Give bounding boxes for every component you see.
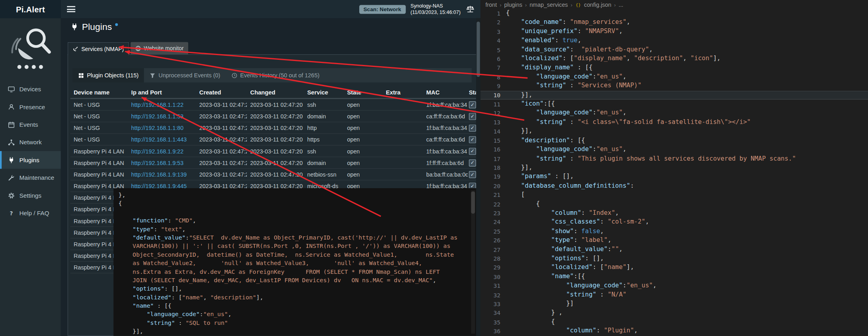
line-number: 33 [480,299,506,308]
column-header-device-name[interactable]: Device name [70,89,128,96]
cell-created: 2023-03-11 02:47:20 [196,113,247,119]
table-row: Net - USGhttp://192.168.1.1:532023-03-11… [70,111,476,122]
ip-link[interactable]: http://192.168.1.9:139 [131,171,187,177]
funnel-icon [150,72,155,78]
line-number: 32 [480,290,506,299]
code-line [118,208,468,216]
sidebar-item-label: Maintenance [20,174,54,181]
sidebar-item-plugins[interactable]: Plugins [0,151,61,169]
code-line: }, [118,191,468,199]
editor-line: 32 "string" : "N/A" [480,290,868,299]
editor-line: 9 "string" : "Services (NMAP)" [480,81,868,90]
ip-link[interactable]: http://192.168.1.9:53 [131,160,183,166]
editor-line: 10 }], [480,90,868,100]
header-right: Scan: Network Synology-NAS (11/03/2023, … [359,0,475,18]
cell-changed: 2023-03-11 02:47:20 [247,113,304,119]
editor-line: 33 }] [480,299,868,308]
sidebar: DevicesPresenceEventsNetworkPluginsMaint… [0,18,61,336]
ip-link[interactable]: http://192.168.1.1:80 [131,125,183,131]
editor-line: 28 "options": [], [480,254,868,263]
code-line: Object_SecondaryID, datetime() as DateTi… [118,251,468,259]
row-checkbox[interactable]: ✓ [469,147,476,155]
editor-line: 34 } , [480,308,868,318]
cell-service: domain [304,160,344,166]
app-scrollbar-thumb[interactable] [476,22,480,77]
line-number: 7 [480,63,506,73]
line-number: 26 [480,236,506,245]
column-header-status[interactable]: Status [468,89,476,96]
menu-toggle-icon[interactable] [67,6,75,12]
subtab-label: Events History (50 out of 1265) [240,72,319,78]
editor-line: 22 { [480,200,868,209]
cell-created: 2023-03-11 02:47:20 [196,160,247,166]
tabs-bar: Services (NMAP)Website monitor [67,42,188,55]
editor-line: 18 }], [480,163,868,172]
sidebar-item-help-faq[interactable]: ?Help / FAQ [0,204,61,222]
line-number: 8 [480,73,506,82]
sidebar-item-presence[interactable]: Presence [0,98,61,116]
subtab-plugin-objects-115[interactable]: Plugin Objects (115) [73,68,144,83]
row-checkbox[interactable]: ✓ [469,113,476,120]
column-header-created[interactable]: Created [196,89,247,96]
cell-device: Raspberry Pi 4 LAN [70,148,128,154]
breadcrumb-item-nmap-services[interactable]: nmap_services [529,1,568,7]
line-number: 27 [480,245,506,254]
line-number: 11 [480,100,506,109]
code-line: "name" : [{ [118,302,468,310]
ip-link[interactable]: http://192.168.1.1:22 [131,102,183,108]
ip-link[interactable]: http://192.168.1.1:53 [131,113,183,119]
sidebar-item-maintenance[interactable]: Maintenance [0,169,61,186]
line-number: 17 [480,154,506,163]
column-header-extra[interactable]: Extra [382,89,423,96]
column-header-ip-and-port[interactable]: Ip and Port [128,89,196,96]
editor-line: 13 "string" : "<i class=\"fa-solid fa-sa… [480,118,868,127]
cell-state: open [344,125,382,131]
breadcrumb: front›plugins›nmap_services›{}config.jso… [480,0,868,9]
overlay-code: },{ "function": "CMD", "type": "text", "… [118,191,468,336]
editor-line: 17 "string" : "This plugin shows all ser… [480,154,868,163]
tab-label: Services (NMAP) [81,46,124,52]
column-header-service[interactable]: Service [304,89,344,96]
app-logo[interactable]: Pi.Alert [0,0,61,18]
cell-service: domain [304,113,344,119]
cell-device: Net - USG [70,125,128,131]
svg-text:{}: {} [576,2,581,7]
sidebar-item-settings[interactable]: Settings [0,187,61,204]
subtab-events-history-50-out-of-1265[interactable]: Events History (50 out of 1265) [226,68,325,83]
overlay-scrollbar-thumb[interactable] [471,191,475,214]
ip-link[interactable]: http://192.168.1.9:22 [131,148,183,154]
sidebar-item-network[interactable]: Network [0,134,61,151]
row-checkbox[interactable]: ✓ [469,136,476,143]
tab-services-nmap[interactable]: Services (NMAP) [67,42,129,55]
line-number: 5 [480,45,506,54]
breadcrumb-item-config-json[interactable]: config.json [584,1,611,7]
editor-line: 30 "name":[{ [480,272,868,281]
tab-website-monitor[interactable]: Website monitor [130,42,188,55]
sidebar-item-label: Help / FAQ [20,210,49,216]
subtab-unprocessed-events-0[interactable]: Unprocessed Events (0) [144,68,226,83]
breadcrumb-item-more[interactable]: ... [618,1,623,7]
row-checkbox[interactable]: ✓ [469,124,476,132]
sidebar-item-events[interactable]: Events [0,116,61,133]
wrench-icon [8,174,15,181]
row-checkbox[interactable]: ✓ [469,159,476,166]
cell-service: https [304,136,344,142]
ip-link[interactable]: http://192.168.1.1:443 [131,136,187,142]
cell-status: ✓ [468,124,476,132]
sidebar-item-devices[interactable]: Devices [0,80,61,98]
column-header-changed[interactable]: Changed [247,89,304,96]
line-number: 16 [480,145,506,154]
breadcrumb-item-front[interactable]: front [486,1,497,7]
cell-service: ssh [304,102,344,108]
scale-icon[interactable] [466,4,475,14]
cell-changed: 2023-03-11 02:47:20 [247,171,304,177]
subtabs-bar: Plugin Objects (115)Unprocessed Events (… [73,68,472,83]
editor-lines[interactable]: 1{2 "code_name": "nmap_services",3 "uniq… [480,9,868,336]
row-checkbox[interactable]: ✓ [469,171,476,178]
column-header-mac[interactable]: MAC [423,89,468,96]
column-header-state[interactable]: State [344,89,382,96]
row-checkbox[interactable]: ✓ [469,101,476,108]
code-line: "string" : "SQL to run" [118,319,468,327]
json-braces-icon: {} [575,1,581,7]
breadcrumb-item-plugins[interactable]: plugins [504,1,522,7]
